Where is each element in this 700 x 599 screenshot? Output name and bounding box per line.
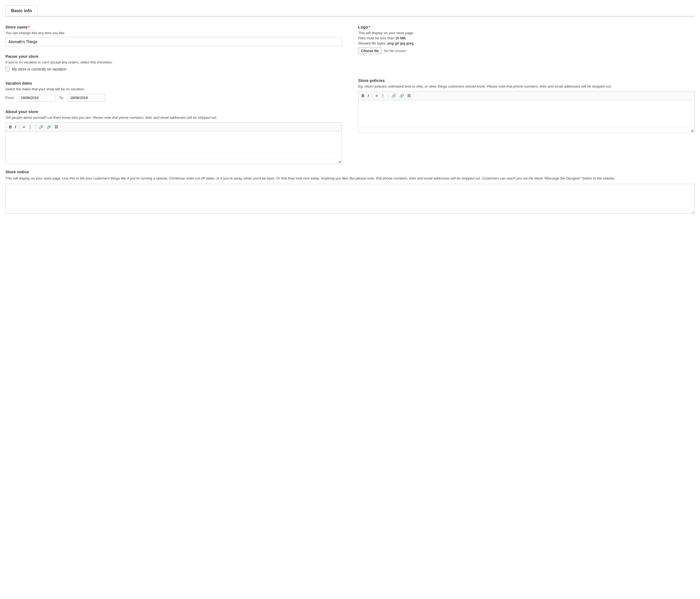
about-store-editor-body[interactable] [6,131,342,159]
tab-basic-info[interactable]: Basic info [5,5,38,16]
store-name-required: * [28,25,30,29]
vacation-dates-label: Vacation dates [5,81,342,85]
store-notice-textarea[interactable] [5,184,695,214]
store-policies-label: Store policies [358,78,695,83]
toolbar-divider-1 [19,125,20,129]
logo-hint1: This will display on your store page. [358,31,695,35]
store-name-label: Store name* [5,25,342,29]
policies-ordered-list-btn[interactable]: ≡ [374,93,379,99]
store-name-hint: You can change this any time you like. [5,31,342,35]
about-store-section: About your store Tell people about yours… [5,109,342,164]
about-editor-resize: ◢ [6,159,342,164]
policies-unordered-list-btn[interactable]: ⋮ [380,93,386,99]
pause-store-desc: If you're on vacation or can't accept an… [5,60,342,64]
policies-resize-icon: ◢ [691,128,693,132]
store-policies-italic-hint: Please note that phone numbers, links an… [487,84,611,88]
choose-file-row: Choose file No file chosen [358,48,695,54]
about-ordered-list-btn[interactable]: ≡ [22,124,26,130]
about-table-btn[interactable]: ☵ [53,124,59,130]
store-policies-toolbar: B I ≡ ⋮ 🔗 🔗 ☵ [358,92,694,100]
store-name-section: Store name* You can change this any time… [5,25,342,46]
logo-section: Logo* This will display on your store pa… [358,25,695,54]
logo-required: * [369,25,370,29]
store-policies-hint: Eg: return policies, estimated time to s… [358,84,695,88]
from-label: From: [5,96,15,100]
store-notice-label: Store notice [5,170,695,174]
pause-store-label: Pause your store [5,54,342,58]
policies-toolbar-divider-2 [388,93,388,98]
about-italic-btn[interactable]: I [14,124,17,130]
about-unordered-list-btn[interactable]: ⋮ [27,124,33,130]
store-notice-hint: This will display on your store page. Us… [5,176,695,181]
about-resize-icon: ◢ [338,159,341,163]
pause-store-section: Pause your store If you're on vacation o… [5,54,342,74]
vacation-checkbox-label: My store is currently on vacation [12,67,67,71]
about-bold-btn[interactable]: B [8,124,13,130]
about-store-editor: B I ≡ ⋮ 🔗 🔗 ☵ ◢ [5,122,342,164]
to-label: To: [59,96,64,100]
vacation-checkbox[interactable] [5,67,10,71]
policies-unlink-btn[interactable]: 🔗 [398,93,405,99]
store-notice-italic-hint: But please note, that phone numbers, lin… [349,176,615,180]
policies-bold-btn[interactable]: B [360,93,366,99]
date-range-row: From: To: [5,94,342,102]
vacation-checkbox-row: My store is currently on vacation [5,67,342,71]
policies-link-btn[interactable]: 🔗 [391,93,397,99]
logo-size-hint: Files must be less than 10 MB. [358,36,695,40]
store-notice-section: Store notice This will display on your s… [5,170,695,214]
vacation-dates-desc: Select the dates that your shop will be … [5,87,342,91]
about-store-italic-hint: Please note that phone numbers, links an… [93,115,217,120]
choose-file-button[interactable]: Choose file [358,48,382,54]
main-content: Store name* You can change this any time… [5,25,695,214]
store-policies-editor-body[interactable] [358,100,694,127]
to-date-input[interactable] [67,94,105,102]
no-file-label: No file chosen [384,49,406,53]
policies-toolbar-divider-1 [372,93,372,98]
tab-basic-info-label: Basic info [11,8,32,13]
logo-label: Logo* [358,25,695,29]
about-unlink-btn[interactable]: 🔗 [46,124,52,130]
about-link-btn[interactable]: 🔗 [38,124,45,130]
toolbar-divider-2 [35,125,35,129]
about-store-toolbar: B I ≡ ⋮ 🔗 🔗 ☵ [6,123,342,131]
store-policies-editor: B I ≡ ⋮ 🔗 🔗 ☵ ◢ [358,91,695,133]
logo-type-hint: Allowed file types: png gif jpg jpeg. [358,41,695,45]
left-column: Store name* You can change this any time… [5,25,342,164]
right-column: Logo* This will display on your store pa… [358,25,695,164]
about-store-label: About your store [5,109,342,114]
about-store-hint: Tell people about yourself! Let them kno… [5,115,342,120]
policies-table-btn[interactable]: ☵ [406,93,412,99]
policies-italic-btn[interactable]: I [367,93,370,99]
tab-bar: Basic info [5,5,695,17]
vacation-dates-section: Vacation dates Select the dates that you… [5,81,342,102]
store-name-input[interactable] [5,37,342,46]
store-policies-section: Store policies Eg: return policies, esti… [358,78,695,133]
from-date-input[interactable] [18,94,56,102]
policies-editor-resize: ◢ [358,127,694,133]
